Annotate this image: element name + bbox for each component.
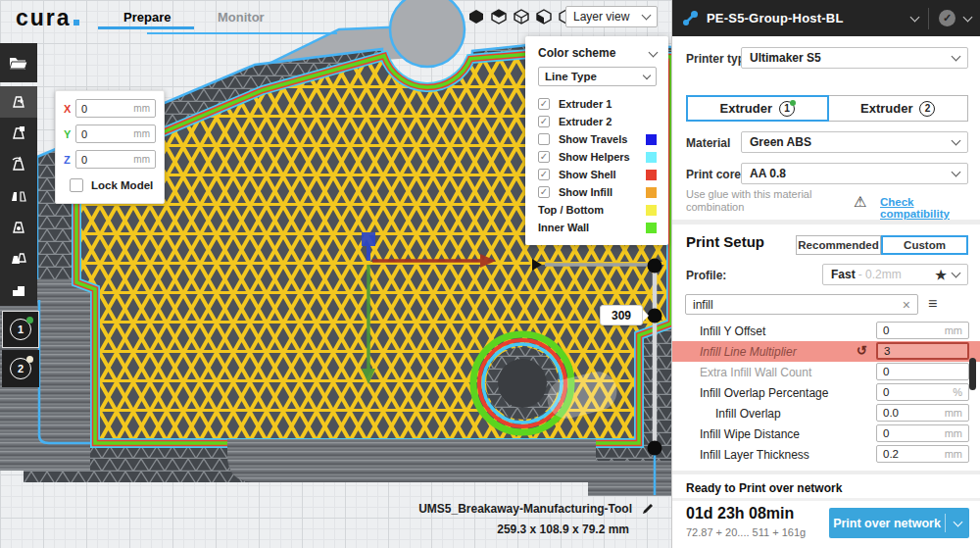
simulation-slider-handle[interactable] — [648, 259, 662, 274]
setting-row: Extra Infill Wall Count0 — [672, 362, 980, 382]
open-folder-icon — [8, 54, 29, 72]
per-model-settings-tool-icon — [9, 218, 28, 237]
view-left-icon[interactable] — [536, 9, 552, 25]
mesh-tools-button[interactable] — [0, 274, 37, 306]
setting-value-field[interactable]: 3 — [876, 342, 969, 360]
setting-label: Infill Layer Thickness — [700, 448, 809, 462]
check-compatibility-link[interactable]: Check compatibility — [880, 196, 980, 220]
color-scheme-label: Show Helpers — [559, 151, 646, 163]
settings-scrollbar[interactable] — [969, 358, 976, 390]
extruder-1-button[interactable]: 1 — [2, 311, 39, 348]
reset-setting-icon[interactable]: ↺ — [857, 343, 867, 358]
printer-status-icon: ✓ — [939, 10, 956, 26]
view-mode-dropdown[interactable]: Layer view — [565, 6, 658, 27]
support-blocker-tool-button[interactable] — [0, 243, 37, 274]
checkbox[interactable]: ✓ — [538, 186, 550, 198]
settings-menu-icon[interactable]: ≡ — [928, 295, 937, 313]
tab-prepare[interactable]: Prepare — [123, 10, 171, 25]
status-divider — [672, 498, 980, 501]
checkbox[interactable]: ✓ — [538, 169, 550, 180]
line-type-dropdown[interactable]: Line Type — [538, 67, 657, 86]
extruder-2-button[interactable]: 2 — [2, 350, 39, 387]
setting-row: Infill Line Multiplier↺3 — [672, 341, 980, 362]
line-type-value: Line Type — [545, 71, 597, 82]
print-options-chevron[interactable] — [946, 522, 969, 525]
view-front-icon[interactable] — [491, 9, 507, 25]
clear-search-icon[interactable]: × — [903, 297, 910, 313]
setting-value-field[interactable]: 0mm — [876, 424, 969, 442]
tab-prepare-underline — [98, 26, 194, 29]
warning-icon: ⚠ — [854, 193, 866, 211]
setting-label: Infill Wipe Distance — [700, 427, 800, 441]
setting-value-field[interactable]: 0mm — [876, 322, 969, 339]
rotate-tool-button[interactable] — [0, 149, 37, 180]
lock-model-checkbox[interactable] — [70, 178, 83, 192]
setting-value-field[interactable]: 0.2mm — [876, 445, 969, 463]
material-label: Material — [686, 136, 730, 150]
model-name: UMS5_Breakaway-Manufacturing-Tool — [418, 502, 632, 516]
view-top-icon[interactable] — [514, 9, 529, 25]
layer-slider-bottom-handle[interactable] — [648, 441, 662, 456]
setting-value-field[interactable]: 0% — [876, 383, 969, 401]
bottom-right-layers — [588, 461, 671, 496]
support-blocker-tool-icon — [9, 249, 28, 269]
per-model-settings-tool-button[interactable] — [0, 212, 37, 243]
star-icon[interactable]: ★ — [935, 268, 947, 282]
custom-button[interactable]: Custom — [881, 235, 968, 255]
y-axis-label: Y — [64, 128, 75, 140]
material-usage-estimate: 72.87 + 20.... 511 + 161g — [686, 526, 806, 538]
print-core-dropdown[interactable]: AA 0.8 — [741, 163, 968, 184]
hole-center — [498, 359, 547, 408]
setting-unit: mm — [945, 324, 962, 336]
scale-tool-button[interactable] — [0, 118, 37, 149]
printer-type-dropdown[interactable]: Ultimaker S5 — [741, 47, 968, 69]
layer-slider-top-handle[interactable] — [648, 309, 662, 324]
color-scheme-label: Show Travels — [559, 133, 646, 145]
color-scheme-row: ✓Extruder 1 — [538, 95, 657, 113]
color-scheme-header[interactable]: Color scheme — [538, 46, 657, 60]
move-tool-button[interactable] — [0, 86, 37, 118]
color-swatch — [646, 134, 657, 145]
printer-header[interactable]: PE-S5-Group-Host-BL ✓ — [672, 0, 980, 36]
setting-value-field[interactable]: 0 — [876, 363, 969, 380]
checkbox[interactable] — [538, 133, 550, 145]
setting-value-field[interactable]: 0.0mm — [876, 404, 969, 422]
edit-pencil-icon[interactable] — [641, 502, 655, 516]
chevron-down-icon[interactable] — [963, 12, 973, 22]
setup-mode-toggle: Recommended Custom — [796, 235, 968, 255]
y-position-field[interactable]: 0 mm — [75, 125, 156, 143]
color-scheme-row: ✓Show Shell — [538, 166, 657, 183]
view-3d-icon[interactable] — [468, 9, 484, 25]
color-scheme-label: Show Shell — [559, 169, 646, 180]
color-scheme-panel: Color scheme Line Type ✓Extruder 1✓Extru… — [525, 36, 668, 245]
tab-extruder-1[interactable]: Extruder 1 — [686, 95, 829, 122]
mirror-tool-button[interactable] — [0, 180, 37, 212]
checkbox[interactable]: ✓ — [538, 151, 550, 163]
checkbox[interactable]: ✓ — [538, 116, 550, 127]
chevron-down-icon — [952, 52, 961, 62]
x-axis-label: X — [64, 103, 75, 115]
x-position-field[interactable]: 0 mm — [75, 99, 156, 118]
material-dropdown[interactable]: Green ABS — [741, 131, 968, 153]
profile-label: Profile: — [686, 269, 726, 282]
setting-row: Infill Layer Thickness0.2mm — [672, 444, 980, 465]
open-file-button[interactable] — [0, 43, 37, 82]
print-core-label: Print core — [686, 168, 741, 181]
gizmo-z-handle[interactable] — [362, 232, 375, 246]
chevron-down-icon — [952, 168, 961, 177]
color-scheme-label: Show Infill — [559, 186, 646, 198]
tab-monitor[interactable]: Monitor — [218, 10, 265, 25]
glue-note: Use glue with this material combination — [686, 188, 838, 214]
chevron-down-icon — [952, 269, 961, 278]
layer-value: 309 — [612, 309, 631, 323]
profile-dropdown[interactable]: Fast - 0.2mm ★ — [822, 264, 968, 285]
color-scheme-row: Inner Wall — [538, 219, 657, 236]
setting-row: Infill Wipe Distance0mm — [672, 423, 980, 444]
checkbox[interactable]: ✓ — [538, 98, 550, 110]
settings-search-input[interactable] — [693, 298, 903, 312]
recommended-button[interactable]: Recommended — [796, 235, 881, 255]
z-position-field[interactable]: 0 mm — [75, 150, 156, 169]
print-over-network-button[interactable]: Print over network — [829, 508, 969, 538]
color-swatch — [646, 205, 657, 216]
tab-extruder-2[interactable]: Extruder 2 — [829, 95, 969, 122]
